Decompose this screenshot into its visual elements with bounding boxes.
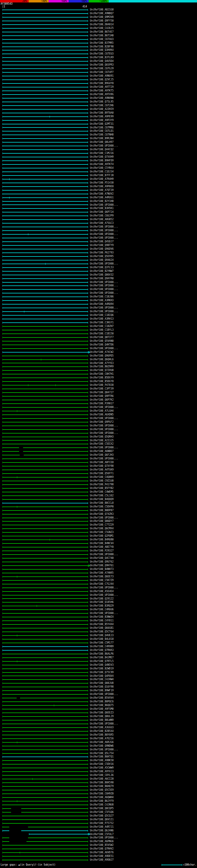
hit-label[interactable]: UniRef100_A9P3Y9 bbox=[90, 119, 113, 122]
hit-bar[interactable] bbox=[2, 339, 88, 343]
hit-label[interactable]: UniRef100_Q9FY50 bbox=[90, 19, 113, 23]
hit-label[interactable]: UniRef100_C3KGY1 bbox=[90, 321, 113, 324]
hit-bar[interactable] bbox=[2, 299, 88, 302]
hit-label[interactable]: UniRef100_Q5E995 bbox=[90, 255, 113, 258]
hit-bar[interactable] bbox=[2, 494, 88, 498]
hit-bar[interactable] bbox=[2, 34, 88, 37]
hit-label[interactable]: UniRef100_A9NVN0 bbox=[90, 96, 113, 100]
hit-label[interactable]: UniRef100_B3NWZ4 bbox=[90, 615, 113, 619]
hit-bar[interactable] bbox=[2, 214, 88, 218]
hit-label[interactable]: UniRef100_A6XDN5 bbox=[90, 413, 113, 416]
hit-label[interactable]: UniRef100_C6TNH8 bbox=[90, 133, 113, 137]
hit-label[interactable]: UniRef100_Q4U5D4 bbox=[90, 59, 113, 63]
hit-label[interactable]: UniRef100_UPI000... bbox=[90, 836, 118, 840]
hit-bar[interactable] bbox=[2, 280, 88, 284]
hit-bar[interactable] bbox=[2, 420, 88, 424]
hit-label[interactable]: UniRef100_P29327 bbox=[90, 549, 113, 553]
hit-label[interactable]: UniRef100_B9GUY0 bbox=[90, 82, 113, 85]
hit-label[interactable]: UniRef100_B3TMR5 bbox=[90, 41, 113, 45]
hit-bar[interactable] bbox=[2, 166, 88, 170]
hit-label[interactable]: UniRef100_A6QWH4 bbox=[90, 796, 113, 799]
hit-label[interactable]: UniRef100_C6TMR6 bbox=[90, 126, 113, 130]
hit-label[interactable]: UniRef100_C5DV16 bbox=[90, 763, 113, 766]
hit-label[interactable]: UniRef100_A6CI20 bbox=[90, 777, 113, 781]
hit-label[interactable]: UniRef100_Q7XY98 bbox=[90, 464, 113, 468]
hit-label[interactable]: UniRef100_A6VD76 bbox=[90, 851, 113, 855]
hit-label[interactable]: UniRef100_UPI000... bbox=[90, 748, 118, 752]
hit-label[interactable]: UniRef100_Q6SPR3 bbox=[90, 63, 113, 67]
hit-bar[interactable] bbox=[2, 45, 88, 49]
hit-label[interactable]: UniRef100_Q9PGF2 bbox=[90, 420, 113, 424]
hit-bar[interactable] bbox=[2, 129, 88, 133]
hit-bar[interactable] bbox=[2, 196, 88, 199]
hit-label[interactable]: UniRef100_Q94624 bbox=[90, 258, 113, 262]
hit-label[interactable]: UniRef100_B6HQ79 bbox=[90, 784, 113, 788]
hit-label[interactable]: UniRef100_Q96PD5 bbox=[90, 354, 113, 358]
hit-label[interactable]: UniRef100_B3RQ29 bbox=[90, 604, 113, 608]
hit-bar[interactable] bbox=[2, 784, 88, 788]
hit-label[interactable]: UniRef100_C1BIQ6 bbox=[90, 313, 113, 317]
hit-label[interactable]: UniRef100_B4NH73 bbox=[90, 567, 113, 571]
hit-label[interactable]: UniRef100_Q6CMX4 bbox=[90, 527, 113, 530]
hit-bar[interactable] bbox=[2, 210, 88, 214]
hit-bar[interactable] bbox=[2, 579, 88, 582]
hit-label[interactable]: UniRef100_Q6P724 bbox=[90, 210, 113, 214]
hit-bar[interactable] bbox=[2, 67, 88, 70]
hit-bar[interactable] bbox=[2, 133, 88, 137]
hit-bar[interactable] bbox=[2, 773, 88, 777]
hit-bar[interactable] bbox=[2, 534, 88, 538]
hit-bar[interactable] bbox=[2, 530, 88, 534]
hit-label[interactable]: UniRef100_UPI000... bbox=[90, 291, 118, 295]
hit-label[interactable]: UniRef100_P41798 bbox=[90, 483, 113, 487]
hit-bar[interactable] bbox=[2, 593, 88, 597]
hit-label[interactable]: UniRef100_Q29122 bbox=[90, 597, 113, 601]
hit-label[interactable]: UniRef100_Q7RTL5 bbox=[90, 659, 113, 663]
hit-label[interactable]: UniRef100_Q06V32 bbox=[90, 273, 113, 277]
hit-bar[interactable] bbox=[2, 177, 88, 181]
hit-label[interactable]: UniRef100_B0Y6R5 bbox=[90, 733, 113, 737]
hit-label[interactable]: UniRef100_Q6V1I1 bbox=[90, 818, 113, 822]
hit-label[interactable]: UniRef100_UPI000... bbox=[90, 424, 118, 428]
hit-label[interactable]: UniRef100_A4RUG1 bbox=[90, 196, 113, 199]
hit-label[interactable]: UniRef100_A7EZ16 bbox=[90, 737, 113, 741]
hit-bar[interactable] bbox=[2, 229, 88, 232]
hit-label[interactable]: UniRef100_A7R4H9 bbox=[90, 177, 113, 181]
hit-label[interactable]: UniRef100_Q56FF1 bbox=[90, 472, 113, 475]
hit-bar[interactable] bbox=[2, 395, 88, 398]
hit-label[interactable]: UniRef100_B3H5K1 bbox=[90, 207, 113, 210]
hit-label[interactable]: UniRef100_UPI000... bbox=[90, 457, 118, 461]
hit-label[interactable]: UniRef100_B4R6B0 bbox=[90, 538, 113, 541]
hit-bar[interactable] bbox=[2, 663, 88, 667]
hit-label[interactable]: UniRef100_C5GNZ3 bbox=[90, 530, 113, 534]
hit-bar[interactable] bbox=[2, 704, 88, 707]
hit-label[interactable]: UniRef100_Q16Y98 bbox=[90, 685, 113, 689]
hit-label[interactable]: UniRef100_A0FCE8 bbox=[90, 461, 113, 464]
hit-label[interactable]: UniRef100_C0H7H1 bbox=[90, 372, 113, 376]
hit-label[interactable]: UniRef100_C5DVP0 bbox=[90, 505, 113, 509]
hit-bar[interactable] bbox=[2, 527, 88, 530]
hit-label[interactable]: UniRef100_B5VSW2 bbox=[90, 843, 113, 847]
hit-bar[interactable] bbox=[2, 56, 88, 59]
hit-label[interactable]: UniRef100_A9TKT5 bbox=[90, 89, 113, 93]
hit-bar[interactable] bbox=[2, 538, 88, 541]
hit-bar[interactable] bbox=[2, 306, 88, 310]
hit-label[interactable]: UniRef100_C5L162 bbox=[90, 494, 113, 498]
hit-label[interactable]: UniRef100_Q0UL29 bbox=[90, 715, 113, 718]
hit-bar[interactable] bbox=[2, 604, 88, 608]
hit-bar[interactable] bbox=[2, 96, 88, 100]
hit-bar[interactable] bbox=[2, 362, 88, 365]
hit-bar[interactable] bbox=[2, 287, 88, 291]
hit-bar[interactable] bbox=[2, 600, 88, 604]
hit-bar[interactable] bbox=[2, 718, 88, 722]
hit-bar[interactable] bbox=[2, 365, 88, 369]
hit-label[interactable]: UniRef100_C5FUL7 bbox=[90, 833, 113, 836]
hit-label[interactable]: UniRef100_Q2PQM1 bbox=[90, 534, 113, 538]
hit-bar[interactable] bbox=[2, 623, 88, 626]
hit-bar[interactable] bbox=[2, 8, 88, 12]
hit-bar[interactable] bbox=[2, 27, 88, 30]
hit-bar[interactable] bbox=[2, 291, 88, 295]
hit-label[interactable]: UniRef100_C5M177 bbox=[90, 641, 113, 645]
hit-label[interactable]: UniRef100_UPI000... bbox=[90, 431, 118, 435]
hit-bar[interactable] bbox=[2, 457, 88, 461]
hit-bar[interactable] bbox=[2, 188, 88, 192]
